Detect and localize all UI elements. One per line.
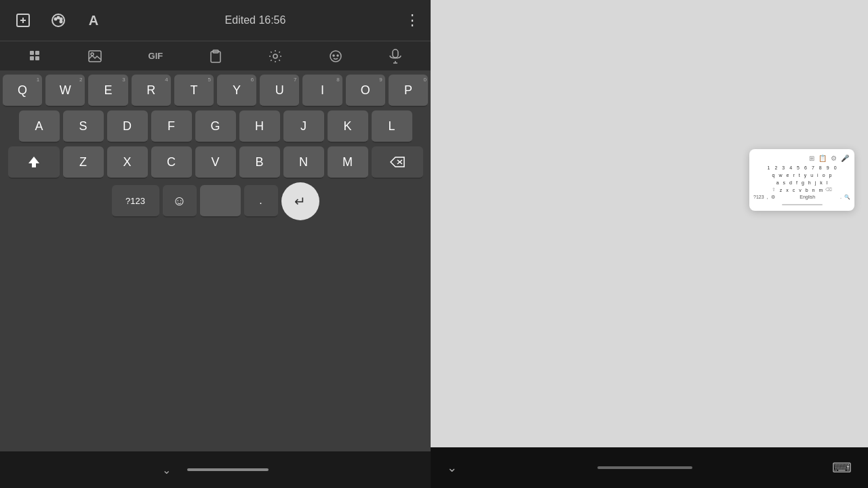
key-x[interactable]: X xyxy=(107,146,148,179)
right-home-indicator xyxy=(597,466,692,469)
toolbar-settings-icon[interactable] xyxy=(263,47,288,66)
toolbar-gif-label[interactable]: GIF xyxy=(143,48,169,64)
key-z[interactable]: Z xyxy=(63,146,104,179)
mini-bottom-row: ?123 , ⚙ English . 🔍 xyxy=(753,195,850,200)
key-g[interactable]: G xyxy=(195,110,236,143)
font-button[interactable]: A xyxy=(81,8,106,33)
toolbar-grid-icon[interactable] xyxy=(24,47,47,65)
key-u[interactable]: 7U xyxy=(260,75,299,107)
key-enter[interactable]: ↵ xyxy=(281,182,319,220)
mini-settings-icon: ⚙ xyxy=(831,155,837,162)
key-e[interactable]: 3E xyxy=(88,75,127,107)
svg-rect-10 xyxy=(30,56,34,60)
keyboard-area: 1Q 2W 3E 4R 5T 6Y 7U 8I 9O 0P A S D F G … xyxy=(0,70,431,451)
top-bar: A Edited 16:56 ⋮ xyxy=(0,0,431,41)
key-period[interactable]: . xyxy=(244,185,278,218)
key-n[interactable]: N xyxy=(283,146,324,179)
right-panel: ⊞ 📋 ⚙ 🎤 1 2 3 4 5 6 7 8 9 0 q w e r t y … xyxy=(431,0,868,488)
svg-point-4 xyxy=(55,18,57,20)
toolbar-face-icon[interactable] xyxy=(323,47,348,66)
svg-point-5 xyxy=(58,17,60,19)
key-o[interactable]: 9O xyxy=(346,75,385,107)
key-s[interactable]: S xyxy=(63,110,104,143)
key-space[interactable] xyxy=(200,185,241,218)
key-v[interactable]: V xyxy=(195,146,236,179)
key-delete[interactable] xyxy=(372,146,423,179)
svg-rect-12 xyxy=(89,51,101,62)
mini-home-indicator xyxy=(782,204,823,205)
key-q[interactable]: 1Q xyxy=(3,75,42,107)
svg-marker-23 xyxy=(28,157,39,167)
more-options-button[interactable]: ⋮ xyxy=(405,12,420,29)
key-l[interactable]: L xyxy=(372,110,412,143)
mini-delete: ⌫ xyxy=(825,187,832,193)
key-r[interactable]: 4R xyxy=(132,75,171,107)
key-d[interactable]: D xyxy=(107,110,148,143)
keyboard-row-2: A S D F G H J K L xyxy=(3,110,428,143)
key-j[interactable]: J xyxy=(283,110,324,143)
mini-row-2: a s d f g h j k l xyxy=(753,180,850,186)
right-keyboard-icon[interactable]: ⌨ xyxy=(832,460,852,476)
toolbar-image-icon[interactable] xyxy=(83,47,107,65)
keyboard-hide-button[interactable]: ⌄ xyxy=(162,464,171,476)
keyboard-toolbar: GIF xyxy=(0,41,431,70)
mini-keyboard-preview: ⊞ 📋 ⚙ 🎤 1 2 3 4 5 6 7 8 9 0 q w e r t y … xyxy=(749,149,854,211)
mini-grid-icon: ⊞ xyxy=(809,155,814,162)
left-panel: A Edited 16:56 ⋮ GIF xyxy=(0,0,431,488)
svg-rect-20 xyxy=(393,49,398,58)
mini-num-row: 1 2 3 4 5 6 7 8 9 0 xyxy=(753,165,850,171)
toolbar-mic-icon[interactable] xyxy=(384,46,407,66)
key-f[interactable]: F xyxy=(151,110,192,143)
mini-row-1: q w e r t y u i o p xyxy=(753,172,850,178)
key-m[interactable]: M xyxy=(328,146,368,179)
mini-toolbar: ⊞ 📋 ⚙ 🎤 xyxy=(753,153,850,165)
bottom-nav: ⌄ xyxy=(0,451,431,488)
svg-rect-11 xyxy=(35,56,39,60)
mini-row-3: ⇧ z x c v b n m ⌫ xyxy=(753,187,850,193)
add-button[interactable] xyxy=(11,8,35,33)
home-indicator xyxy=(187,468,269,471)
key-b[interactable]: B xyxy=(239,146,280,179)
svg-point-7 xyxy=(60,21,62,23)
mini-shift: ⇧ xyxy=(772,187,776,193)
svg-rect-8 xyxy=(30,51,34,55)
key-w[interactable]: 2W xyxy=(45,75,85,107)
key-num[interactable]: ?123 xyxy=(112,185,159,218)
svg-point-17 xyxy=(330,51,341,62)
key-h[interactable]: H xyxy=(239,110,280,143)
key-k[interactable]: K xyxy=(328,110,368,143)
key-emoji[interactable]: ☺ xyxy=(163,185,197,218)
mini-clip-icon: 📋 xyxy=(818,155,827,162)
key-y[interactable]: 6Y xyxy=(217,75,256,107)
keyboard-row-4: ?123 ☺ . ↵ xyxy=(3,182,428,220)
svg-point-19 xyxy=(337,55,338,56)
right-bottom-content: ⌄ ⌨ xyxy=(431,460,868,476)
mini-mic-icon: 🎤 xyxy=(841,155,849,162)
key-a[interactable]: A xyxy=(19,110,60,143)
right-bottom-bar: ⌄ ⌨ xyxy=(431,447,868,488)
svg-point-18 xyxy=(333,55,334,56)
key-t[interactable]: 5T xyxy=(174,75,214,107)
svg-rect-9 xyxy=(35,51,39,55)
right-keyboard-hide-button[interactable]: ⌄ xyxy=(447,460,457,475)
toolbar-clipboard-icon[interactable] xyxy=(204,47,227,66)
keyboard-row-1: 1Q 2W 3E 4R 5T 6Y 7U 8I 9O 0P xyxy=(3,75,428,107)
key-i[interactable]: 8I xyxy=(302,75,342,107)
svg-point-16 xyxy=(273,54,277,58)
key-p[interactable]: 0P xyxy=(389,75,428,107)
mini-num-key: 1 xyxy=(766,165,771,171)
palette-button[interactable] xyxy=(46,8,71,33)
document-title: Edited 16:56 xyxy=(117,14,394,26)
key-c[interactable]: C xyxy=(151,146,192,179)
key-shift[interactable] xyxy=(8,146,60,179)
svg-point-6 xyxy=(60,18,62,20)
keyboard-row-3: Z X C V B N M xyxy=(3,146,428,179)
